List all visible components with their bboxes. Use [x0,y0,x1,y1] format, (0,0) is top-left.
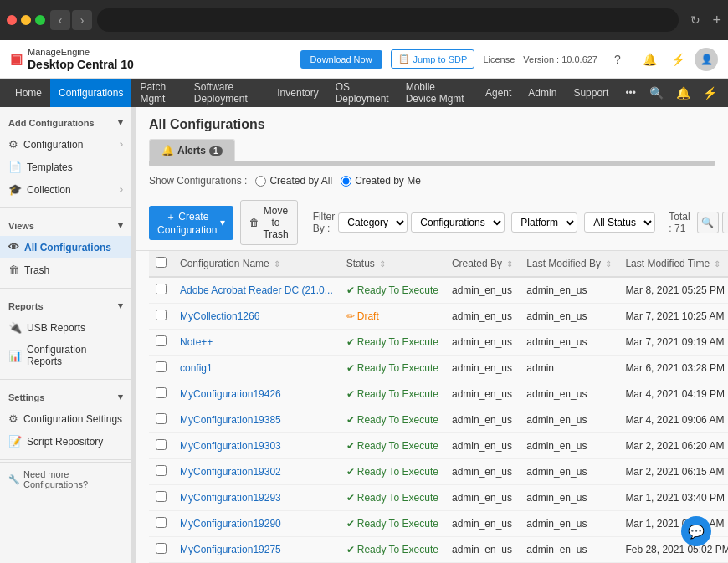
select-all-checkbox[interactable] [156,257,167,268]
forward-button[interactable]: › [72,10,92,30]
nav-mobile-device-mgmt[interactable]: Mobile Device Mgmt [397,79,477,107]
config-name-link-1[interactable]: MyCollection1266 [180,310,259,322]
create-label: ＋ Create Configuration [157,210,217,236]
alerts-tab[interactable]: 🔔 Alerts 1 [149,139,235,161]
row-status-3: ✔ Ready To Execute [340,356,445,381]
sidebar-trash-label: Trash [24,264,49,276]
config-name-link-0[interactable]: Adobe Acrobat Reader DC (21.0... [180,284,333,296]
table-search-icon[interactable]: 🔍 [697,212,719,233]
th-modified-time[interactable]: Last Modified Time ⇕ [618,251,728,277]
th-status[interactable]: Status ⇕ [340,251,445,277]
filter-bar: Show Configurations : Created by All Cre… [136,166,728,195]
nav-configurations[interactable]: Configurations [50,79,131,107]
sidebar-item-config-reports[interactable]: 📊 Configuration Reports [0,339,131,372]
configurations-select[interactable]: Configurations [411,212,505,233]
sidebar-section-header-settings[interactable]: Settings ▾ [0,386,131,407]
sidebar-item-script-repo[interactable]: 📝 Script Repository [0,430,131,453]
row-checkbox-0[interactable] [156,284,167,294]
nav-notification-icon[interactable]: 🔔 [671,81,695,105]
status-select[interactable]: All Status [584,212,655,233]
nav-software-deployment[interactable]: Software Deployment [186,79,269,107]
row-config-name-9: MyConfiguration19290 [173,511,340,537]
row-checkbox-6[interactable] [156,439,167,450]
nav-os-deployment[interactable]: OS Deployment [327,79,397,107]
nav-agent[interactable]: Agent [477,79,520,107]
sidebar-item-templates[interactable]: 📄 Templates [0,156,131,178]
move-to-trash-button[interactable]: 🗑 Move to Trash [240,200,297,245]
config-name-link-2[interactable]: Note++ [180,336,213,348]
nav-admin[interactable]: Admin [520,79,565,107]
sidebar-section-header-add-config[interactable]: Add Configurations ▾ [0,112,131,133]
help-button[interactable]: ? [606,48,629,71]
status-badge-1: ✏ Draft [346,310,438,322]
row-checkbox-9[interactable] [156,517,167,528]
status-badge-0: ✔ Ready To Execute [346,284,438,296]
sdp-button[interactable]: 📋 Jump to SDP [391,49,475,69]
config-name-link-10[interactable]: MyConfiguration19275 [180,544,281,555]
nav-home[interactable]: Home [7,79,50,107]
nav-more[interactable]: ••• [617,79,644,107]
sidebar-section-header-reports[interactable]: Reports ▾ [0,295,131,316]
nav-flash-icon[interactable]: ⚡ [698,81,721,105]
th-config-name[interactable]: Configuration Name ⇕ [173,251,340,277]
address-bar[interactable] [97,8,679,32]
back-button[interactable]: ‹ [50,10,70,30]
radio-created-by-me[interactable]: Created by Me [341,175,421,187]
sidebar-item-configuration[interactable]: ⚙ Configuration › [0,133,131,156]
row-checkbox-8[interactable] [156,491,167,502]
sidebar-item-all-configurations[interactable]: 👁 All Configurations [0,236,131,258]
config-name-link-7[interactable]: MyConfiguration19302 [180,466,281,478]
category-select[interactable]: Category [338,212,408,233]
sidebar-item-collection[interactable]: 🎓 Collection › [0,178,131,201]
row-checkbox-7[interactable] [156,465,167,476]
dot-green[interactable] [35,15,45,25]
row-config-name-2: Note++ [173,330,340,356]
new-tab-button[interactable]: + [712,12,721,29]
config-name-link-6[interactable]: MyConfiguration19303 [180,440,281,452]
row-checkbox-cell [149,433,173,459]
row-checkbox-2[interactable] [156,335,167,346]
nav-patch-mgmt[interactable]: Patch Mgmt [131,79,185,107]
config-name-link-4[interactable]: MyConfiguration19426 [180,388,281,400]
nav-support[interactable]: Support [565,79,617,107]
radio-me-input[interactable] [341,176,351,187]
need-config[interactable]: 🔧 Need more Configurations? [0,462,131,496]
notification-button[interactable]: 🔔 [638,48,661,71]
row-checkbox-cell [149,459,173,485]
row-checkbox-3[interactable] [156,361,167,372]
config-name-link-5[interactable]: MyConfiguration19385 [180,414,281,426]
nav-search-icon[interactable]: 🔍 [644,81,668,105]
refresh-button[interactable]: ↻ [684,13,707,27]
row-status-0: ✔ Ready To Execute [340,277,445,304]
radio-created-by-all[interactable]: Created by All [255,175,332,187]
config-name-link-3[interactable]: config1 [180,362,213,374]
config-name-link-9[interactable]: MyConfiguration19290 [180,518,281,530]
row-status-2: ✔ Ready To Execute [340,330,445,356]
sidebar-item-trash[interactable]: 🗑 Trash [0,258,131,281]
grid-view-icon[interactable]: ⊞ [722,212,728,233]
download-button[interactable]: Download Now [300,50,382,69]
avatar[interactable]: 👤 [695,48,718,71]
radio-all-input[interactable] [255,176,266,187]
status-icon-2: ✔ [346,336,355,348]
chat-button[interactable]: 💬 [681,516,711,546]
nav-inventory[interactable]: Inventory [269,79,326,107]
row-checkbox-10[interactable] [156,543,167,554]
sidebar-item-usb-reports[interactable]: 🔌 USB Reports [0,316,131,339]
row-config-name-4: MyConfiguration19426 [173,381,340,407]
dot-red[interactable] [7,15,17,25]
sdp-icon: 📋 [398,54,410,64]
dot-yellow[interactable] [21,15,31,25]
th-created-by[interactable]: Created By ⇕ [445,251,520,277]
platform-select[interactable]: Platform [511,212,577,233]
row-checkbox-5[interactable] [156,413,167,424]
sidebar-item-config-settings[interactable]: ⚙ Configuration Settings [0,407,131,430]
row-checkbox-4[interactable] [156,387,167,398]
lightning-button[interactable]: ⚡ [666,48,690,71]
status-badge-8: ✔ Ready To Execute [346,492,438,504]
th-modified-by[interactable]: Last Modified By ⇕ [520,251,618,277]
sidebar-section-header-views[interactable]: Views ▾ [0,215,131,236]
row-checkbox-1[interactable] [156,310,167,320]
create-config-button[interactable]: ＋ Create Configuration ▾ [149,206,233,240]
config-name-link-8[interactable]: MyConfiguration19293 [180,492,281,504]
